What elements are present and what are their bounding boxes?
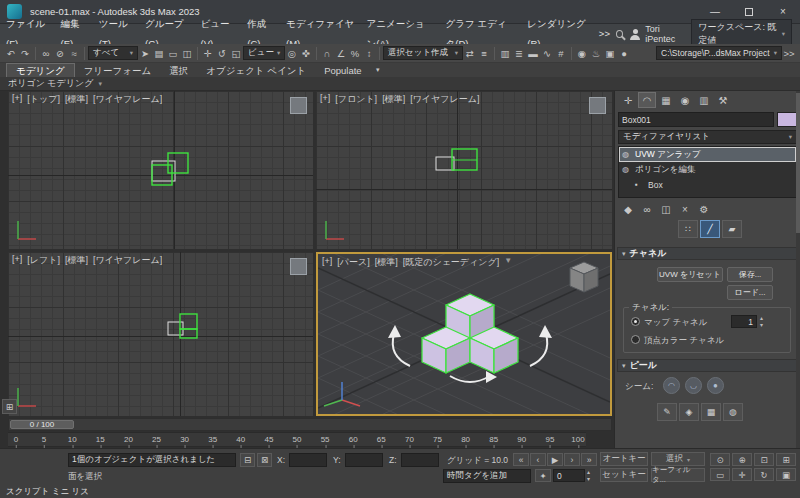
panel-tab-display[interactable]: ▥: [695, 92, 713, 108]
auto-key-button[interactable]: オートキー: [600, 452, 648, 466]
select-and-rotate-icon[interactable]: ↺: [215, 46, 229, 61]
go-to-start-button[interactable]: «: [513, 453, 529, 466]
map-channel-radio[interactable]: [631, 317, 640, 326]
edit-seams-button[interactable]: ◠: [663, 377, 680, 394]
set-key-button[interactable]: セットキー: [600, 468, 648, 482]
remove-modifier-icon[interactable]: ×: [676, 201, 694, 217]
viewport-shading-label[interactable]: [ワイヤフレーム]: [93, 254, 162, 267]
select-and-manipulate-icon[interactable]: ✜: [299, 46, 313, 61]
selection-filter-dropdown[interactable]: すべて ▾: [88, 46, 138, 60]
menu-overflow[interactable]: >>: [593, 24, 616, 44]
subobject-vertex-button[interactable]: ∷: [678, 220, 698, 238]
viewport-name-label[interactable]: [トップ]: [27, 93, 60, 106]
orbit-icon[interactable]: ↻: [754, 468, 774, 481]
spinner-up-icon[interactable]: ▴: [760, 314, 763, 321]
reset-uvw-button[interactable]: UVW をリセット: [657, 267, 723, 282]
quick-peel-button[interactable]: ◈: [679, 403, 699, 421]
time-slider-handle[interactable]: 0 / 100: [10, 420, 74, 429]
user-name[interactable]: Tori iPentec: [645, 24, 684, 44]
render-setup-icon[interactable]: ♨: [589, 46, 603, 61]
track-bar-ruler[interactable]: 0510152025303540455055606570758085909510…: [8, 432, 586, 447]
key-filters-button[interactable]: キーフィルタ...: [651, 468, 705, 482]
load-button[interactable]: ロード...: [727, 285, 773, 300]
spinner-snap-icon[interactable]: ↕: [362, 46, 376, 61]
rollout-channel-header[interactable]: ▾ チャネル: [617, 247, 798, 260]
panel-scrollbar[interactable]: [796, 91, 800, 448]
panel-tab-create[interactable]: ✛: [619, 92, 637, 108]
viewport-name-label[interactable]: [フロント]: [335, 93, 377, 106]
ribbon-panel-polygon-modeling[interactable]: ポリゴン モデリング: [8, 77, 93, 90]
viewport-left[interactable]: [+] [レフト] [標準] [ワイヤフレーム]: [8, 252, 313, 416]
add-time-tag[interactable]: 時間タグを追加: [443, 469, 531, 483]
modifier-stack-item-uvw-unwrap[interactable]: ◍ UVW アンラップ: [619, 147, 796, 162]
y-coordinate-field[interactable]: [345, 453, 383, 467]
modifier-list-dropdown[interactable]: モディファイヤリスト ▾: [618, 130, 797, 144]
key-mode-toggle[interactable]: ✦: [535, 469, 551, 482]
show-end-result-icon[interactable]: ∞: [638, 201, 656, 217]
rollout-peel-header[interactable]: ▾ ピール: [617, 359, 798, 372]
ribbon-tab-selection[interactable]: 選択: [160, 64, 197, 77]
snaps-toggle-icon[interactable]: ∩: [320, 46, 334, 61]
next-frame-button[interactable]: ›: [564, 453, 580, 466]
pin-stack-icon[interactable]: ◆: [619, 201, 637, 217]
select-by-name-icon[interactable]: ▤: [152, 46, 166, 61]
ribbon-tab-freeform[interactable]: フリーフォーム: [75, 64, 161, 77]
ribbon-options-icon[interactable]: ▾: [371, 62, 385, 77]
rendered-frame-window-icon[interactable]: ▣: [603, 46, 617, 61]
search-icon[interactable]: [616, 30, 623, 38]
modifier-stack-item-edit-poly[interactable]: ◍ ポリゴンを編集: [619, 162, 796, 177]
selection-set-dropdown[interactable]: 選択 ▾: [651, 452, 705, 466]
frame-spinner-up-icon[interactable]: ▴: [587, 468, 590, 475]
subobject-polygon-button[interactable]: ▰: [722, 220, 742, 238]
percent-snap-icon[interactable]: %: [348, 46, 362, 61]
modifier-stack-item-box[interactable]: ▪ Box: [619, 177, 796, 192]
bind-to-space-warp-icon[interactable]: ≈: [67, 46, 81, 61]
spinner-down-icon[interactable]: ▾: [760, 321, 763, 328]
peel-reset-button[interactable]: ▦: [701, 403, 721, 421]
viewport-menu-button[interactable]: [+]: [12, 254, 22, 267]
scene-explorer-icon[interactable]: ▥: [498, 46, 512, 61]
selection-region-icon[interactable]: ▭: [166, 46, 180, 61]
named-selection-set-field[interactable]: 選択セット作成 ▾: [383, 46, 463, 60]
select-object-icon[interactable]: ➤: [138, 46, 152, 61]
selection-lock-icon[interactable]: ⊠: [257, 453, 272, 467]
ribbon-tab-object-paint[interactable]: オブジェクト ペイント: [197, 64, 315, 77]
panel-tab-hierarchy[interactable]: ▦: [657, 92, 675, 108]
isolate-selection-icon[interactable]: ⊟: [240, 453, 255, 467]
panel-tab-motion[interactable]: ◉: [676, 92, 694, 108]
maximize-viewport-icon[interactable]: ▣: [776, 468, 796, 481]
material-editor-icon[interactable]: ◉: [575, 46, 589, 61]
panel-tab-utilities[interactable]: ⚒: [714, 92, 732, 108]
project-folder-dropdown[interactable]: C:\Storage\P...dsMax Project ▾: [656, 46, 782, 60]
play-button[interactable]: ▶: [547, 453, 563, 466]
zoom-all-icon[interactable]: ⊕: [732, 453, 752, 466]
time-slider-track[interactable]: 0 / 100: [8, 418, 612, 431]
pan-icon[interactable]: ✛: [732, 468, 752, 481]
go-to-end-button[interactable]: »: [581, 453, 597, 466]
render-production-icon[interactable]: ●: [617, 46, 631, 61]
zoom-icon[interactable]: ⊙: [710, 453, 730, 466]
current-frame-field[interactable]: 0: [553, 469, 585, 482]
viewport-front[interactable]: [+] [フロント] [標準] [ワイヤフレーム]: [316, 91, 612, 249]
window-crossing-icon[interactable]: ◫: [180, 46, 194, 61]
unlink-selection-icon[interactable]: ⊘: [53, 46, 67, 61]
peel-mode-button[interactable]: ✎: [657, 403, 677, 421]
visibility-bulb-icon[interactable]: ◍: [622, 165, 631, 174]
previous-frame-button[interactable]: ‹: [530, 453, 546, 466]
viewcube[interactable]: [290, 97, 307, 114]
viewport-menu-button[interactable]: [+]: [322, 256, 332, 269]
curve-editor-icon[interactable]: ∿: [540, 46, 554, 61]
layer-explorer-icon[interactable]: ≣: [512, 46, 526, 61]
toolbar-overflow[interactable]: >>: [782, 46, 796, 61]
object-name-field[interactable]: Box001: [618, 112, 774, 127]
viewport-top[interactable]: [+] [トップ] [標準] [ワイヤフレーム]: [8, 91, 313, 249]
convert-seams-button[interactable]: ●: [707, 377, 724, 394]
undo-icon[interactable]: ↶: [4, 46, 18, 61]
schematic-view-icon[interactable]: #: [554, 46, 568, 61]
zoom-extents-icon[interactable]: ⊡: [754, 453, 774, 466]
frame-spinner-down-icon[interactable]: ▾: [587, 475, 590, 482]
x-coordinate-field[interactable]: [289, 453, 327, 467]
viewcube[interactable]: [589, 97, 606, 114]
ribbon-tab-populate[interactable]: Populate: [315, 64, 371, 77]
select-and-link-icon[interactable]: ∞: [39, 46, 53, 61]
